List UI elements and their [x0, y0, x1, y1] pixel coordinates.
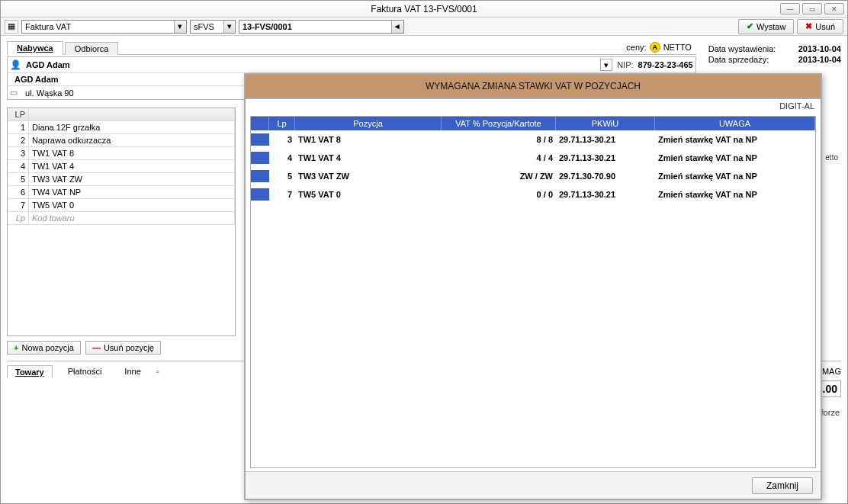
table-row[interactable]: 6TW4 VAT NP: [8, 186, 235, 199]
delete-button[interactable]: ✖ Usuń: [797, 19, 843, 34]
table-row[interactable]: 7TW5 VAT 0: [8, 199, 235, 212]
tab-payments[interactable]: Płatności: [60, 365, 110, 377]
price-mode: NETTO: [663, 43, 692, 52]
chevron-down-icon[interactable]: ▾: [223, 21, 235, 33]
window-title: Faktura VAT 13-FVS/0001: [1, 4, 847, 14]
col-lp-header: LP: [8, 108, 29, 120]
sale-date-label: Data sprzedaży:: [708, 55, 792, 64]
check-icon: ✔: [747, 21, 753, 31]
price-code-icon[interactable]: A: [650, 42, 660, 53]
nip-value: 879-23-23-465: [638, 60, 693, 69]
items-grid[interactable]: LP 1Diana 12F grzałka 2Naprawa odkurzacz…: [7, 108, 236, 336]
dialog-row[interactable]: 5 TW3 VAT ZW ZW / ZW 29.71.30-70.90 Zmie…: [251, 167, 815, 185]
table-row[interactable]: 1Diana 12F grzałka: [8, 121, 235, 134]
series-value: sFVS: [191, 22, 217, 31]
card-icon: ▭: [10, 88, 18, 98]
doc-type-value: Faktura VAT: [22, 22, 74, 31]
customer-lookup[interactable]: AGD Adam: [26, 60, 596, 69]
new-row-input[interactable]: Lp Kod towaru: [8, 212, 235, 225]
dialog-row[interactable]: 4 TW1 VAT 4 4 / 4 29.71.13-30.21 Zmień s…: [251, 149, 815, 167]
dialog-row[interactable]: 3 TW1 VAT 8 8 / 8 29.71.13-30.21 Zmień s…: [251, 130, 815, 149]
nip-label: NIP:: [617, 60, 633, 69]
chevron-left-icon[interactable]: ◂: [391, 21, 403, 33]
dialog-grid[interactable]: Lp Pozycja VAT % Pozycja/Kartote PKWiU U…: [250, 116, 816, 468]
plus-icon: +: [14, 343, 18, 352]
col-pozycja: Pozycja: [295, 117, 442, 130]
col-pkwiu: PKWiU: [556, 117, 655, 130]
issue-date-value[interactable]: 2013-10-04: [798, 44, 841, 53]
dialog-title: WYMAGANA ZMIANA STAWKI VAT W POZYCJACH: [426, 81, 641, 91]
vat-change-dialog: WYMAGANA ZMIANA STAWKI VAT W POZYCJACH D…: [244, 73, 822, 500]
titlebar: Faktura VAT 13-FVS/0001 — ▭ ✕: [1, 1, 847, 18]
totals-column-fragment: etto: [820, 153, 840, 164]
delete-item-button[interactable]: — Usuń pozycję: [85, 341, 161, 355]
maximize-icon[interactable]: ▭: [802, 3, 822, 14]
customer-address: ul. Wąska 90: [25, 88, 74, 98]
dialog-operator-label: DIGIT-AL: [779, 101, 814, 111]
tab-buyer[interactable]: Nabywca: [7, 41, 63, 55]
col-vat: VAT % Pozycja/Kartote: [442, 117, 556, 130]
person-icon: 👤: [10, 59, 21, 70]
price-label: ceny:: [626, 43, 646, 52]
table-row[interactable]: 4TW1 VAT 4: [8, 160, 235, 173]
doc-icon[interactable]: ▦: [5, 20, 18, 34]
tab-recipient[interactable]: Odbiorca: [65, 42, 119, 55]
series-combo[interactable]: sFVS ▾: [190, 20, 236, 34]
minimize-icon[interactable]: —: [780, 3, 800, 14]
close-button[interactable]: Zamknij: [752, 477, 813, 494]
options-icon[interactable]: ▫: [156, 367, 159, 376]
doc-number-combo[interactable]: 13-FVS/0001 ◂: [239, 20, 404, 34]
issue-button[interactable]: ✔ Wystaw: [738, 19, 794, 34]
doc-number-value: 13-FVS/0001: [239, 22, 295, 31]
col-lp: Lp: [269, 117, 295, 130]
col-uwaga: UWAGA: [655, 117, 815, 130]
minus-icon: —: [92, 343, 101, 352]
table-row[interactable]: 2Naprawa odkurzacza: [8, 134, 235, 147]
chevron-down-icon[interactable]: ▾: [600, 59, 612, 71]
x-icon: ✖: [805, 21, 812, 31]
col-name-header: [29, 108, 235, 120]
sale-date-value[interactable]: 2013-10-04: [798, 55, 841, 64]
new-item-button[interactable]: + Nowa pozycja: [7, 341, 81, 355]
issue-date-label: Data wystawienia:: [708, 44, 792, 53]
top-toolbar: ▦ Faktura VAT ▾ sFVS ▾ 13-FVS/0001 ◂ ✔ W…: [1, 18, 847, 36]
doc-type-combo[interactable]: Faktura VAT ▾: [21, 20, 187, 34]
table-row[interactable]: 5TW3 VAT ZW: [8, 173, 235, 186]
table-row[interactable]: 3TW1 VAT 8: [8, 147, 235, 160]
chevron-down-icon[interactable]: ▾: [174, 21, 186, 33]
tab-items[interactable]: Towary: [7, 365, 53, 378]
dialog-row[interactable]: 7 TW5 VAT 0 0 / 0 29.71.13-30.21 Zmień s…: [251, 185, 815, 204]
close-icon[interactable]: ✕: [824, 3, 844, 14]
tab-other[interactable]: Inne: [117, 365, 148, 377]
